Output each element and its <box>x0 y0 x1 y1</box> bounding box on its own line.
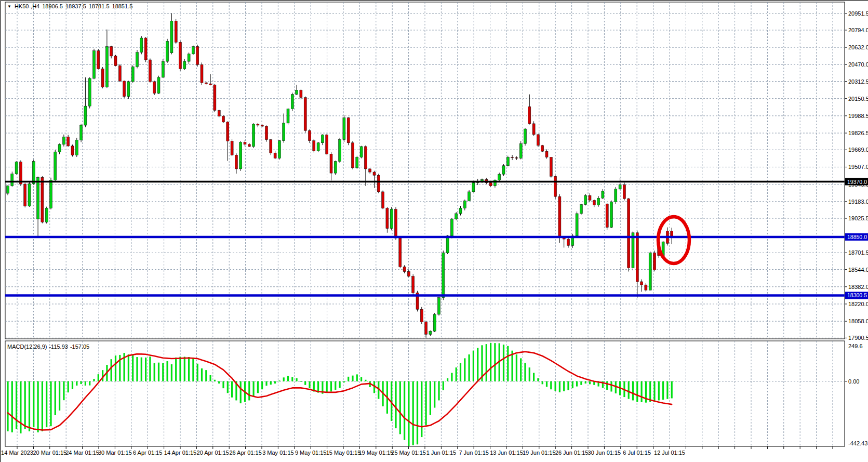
candle <box>88 78 91 106</box>
candle <box>50 180 52 208</box>
candle <box>390 209 393 229</box>
candle <box>446 236 449 253</box>
candle <box>313 141 315 151</box>
candle <box>278 141 281 159</box>
macd-histogram-bar <box>537 378 539 381</box>
candle <box>287 109 289 123</box>
macd-histogram-bar <box>171 364 172 381</box>
macd-histogram-bar <box>300 381 302 382</box>
candle <box>239 142 242 169</box>
candle <box>192 46 194 54</box>
macd-histogram-bar <box>179 357 181 381</box>
price-tick-label: 18058.0 <box>848 318 868 324</box>
candle <box>144 38 147 60</box>
macd-histogram-bar <box>404 381 405 440</box>
macd-histogram-bar <box>671 381 673 399</box>
date-label: 1 Jun 01:15 <box>426 450 457 456</box>
candle <box>352 143 354 168</box>
candle <box>15 162 18 174</box>
symbol-dropdown-icon[interactable]: ▼ <box>7 4 11 9</box>
candle <box>283 123 285 141</box>
price-tick-label: 19183.0 <box>848 199 868 205</box>
macd-histogram-bar <box>240 381 242 403</box>
macd-histogram-bar <box>197 364 198 381</box>
candle <box>131 67 134 82</box>
candle <box>649 253 651 291</box>
candle <box>162 61 164 77</box>
macd-histogram-bar <box>270 381 272 385</box>
candle <box>429 331 432 334</box>
macd-histogram-bar <box>425 381 427 426</box>
macd-histogram-bar <box>205 370 207 381</box>
candle <box>304 98 306 130</box>
macd-histogram-bar <box>542 381 543 385</box>
candle <box>201 64 203 83</box>
macd-histogram-bar <box>55 381 56 415</box>
candle <box>472 183 475 192</box>
macd-histogram-bar <box>136 357 138 381</box>
macd-histogram-bar <box>610 381 612 392</box>
macd-histogram-bar <box>576 381 578 387</box>
macd-main-value: -115.93 <box>49 344 68 350</box>
candle <box>407 272 410 276</box>
macd-histogram-bar <box>447 378 448 381</box>
candle <box>627 199 630 268</box>
macd-histogram-bar <box>494 343 496 381</box>
price-level-badge-label: 18300.5 <box>847 292 867 298</box>
macd-histogram-bar <box>7 381 8 431</box>
trading-chart-window: 14 Mar 202320 Mar 01:1524 Mar 01:1530 Ma… <box>0 0 868 462</box>
macd-histogram-bar <box>520 358 522 381</box>
candle <box>67 137 70 146</box>
candle <box>101 69 104 87</box>
macd-histogram-bar <box>477 348 478 381</box>
macd-histogram-bar <box>365 380 366 381</box>
price-level-badge-label: 18850.0 <box>847 234 867 240</box>
candle <box>339 140 341 162</box>
macd-histogram-bar <box>360 377 362 381</box>
candle <box>205 83 207 84</box>
date-label: 30 Jun 01:15 <box>588 450 621 456</box>
macd-histogram-bar <box>72 381 73 389</box>
candle <box>118 65 121 81</box>
candle <box>550 157 552 176</box>
candle <box>399 238 402 267</box>
date-label: 24 Mar 01:15 <box>65 450 99 456</box>
candle <box>395 209 397 238</box>
candle <box>300 90 302 97</box>
price-tick-label: 20632.0 <box>848 44 868 50</box>
candle <box>265 126 268 140</box>
candle <box>114 56 117 65</box>
macd-histogram-bar <box>257 381 259 393</box>
date-label: 26 Jun 01:15 <box>555 450 589 456</box>
price-tick-label: 19988.5 <box>848 113 868 119</box>
macd-readout: MACD(12,26,9)-115.93-157.05 <box>7 344 91 350</box>
macd-histogram-bar <box>128 354 129 381</box>
macd-histogram-bar <box>175 358 177 381</box>
candle <box>11 174 14 186</box>
macd-histogram-bar <box>438 381 439 401</box>
macd-histogram-bar <box>261 381 263 390</box>
macd-histogram-bar <box>227 381 229 393</box>
candle <box>274 153 276 158</box>
candle <box>640 282 643 285</box>
macd-histogram-bar <box>63 381 64 400</box>
candle <box>567 239 570 245</box>
macd-histogram-bar <box>533 373 535 381</box>
macd-histogram-bar <box>473 351 474 381</box>
candle <box>360 147 363 157</box>
macd-histogram-bar <box>248 381 250 401</box>
candle <box>270 140 272 153</box>
date-label: 25 May 01:15 <box>391 450 426 456</box>
macd-histogram-bar <box>464 358 465 381</box>
macd-histogram-bar <box>430 381 431 415</box>
macd-axis-zero-label: 0.00 <box>848 378 859 385</box>
macd-histogram-bar <box>132 355 133 381</box>
macd-histogram-bar <box>567 381 569 390</box>
price-tick-label: 18220.0 <box>848 301 868 307</box>
candle <box>343 118 345 140</box>
candle <box>45 208 48 222</box>
macd-histogram-bar <box>585 381 586 384</box>
candle <box>541 146 544 151</box>
macd-histogram-bar <box>412 381 414 445</box>
candle <box>93 51 96 78</box>
